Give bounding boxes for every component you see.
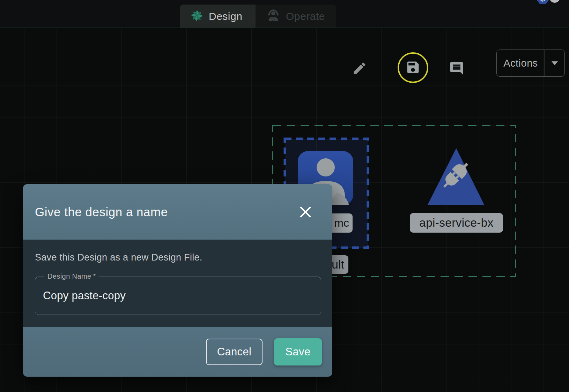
node-label-user-text: mc	[334, 217, 349, 229]
cancel-button[interactable]: Cancel	[206, 339, 263, 365]
actions-button[interactable]: Actions	[496, 50, 565, 77]
modal-header: Give the design a name	[23, 184, 332, 240]
comment-icon	[449, 72, 464, 77]
tab-design[interactable]: Design	[180, 5, 256, 28]
top-bar: Design Operate	[0, 0, 569, 28]
node-label-api-text: api-service-bx	[419, 216, 493, 229]
actions-button-label: Actions	[497, 50, 545, 76]
save-toolbar-button[interactable]	[398, 52, 428, 83]
modal-description: Save this Design as a new Design File.	[35, 252, 202, 263]
chevron-down-icon[interactable]	[545, 50, 564, 76]
tab-design-label: Design	[209, 10, 242, 22]
edit-button[interactable]	[352, 61, 367, 76]
design-app-screen: Design Operate	[0, 0, 569, 392]
kubernetes-logo[interactable]	[535, 0, 552, 6]
plug-icon	[428, 148, 484, 205]
design-name-field: Design Name*	[35, 277, 321, 315]
edit-icon	[352, 72, 367, 77]
meshery-logo-icon	[190, 9, 204, 24]
save-icon	[405, 60, 421, 76]
save-button[interactable]: Save	[274, 338, 322, 365]
node-label-api-service[interactable]: api-service-bx	[410, 213, 503, 233]
modal-footer: Cancel Save	[23, 327, 332, 377]
mode-tabs: Design Operate	[180, 5, 336, 28]
close-icon[interactable]	[298, 204, 313, 220]
tab-operate[interactable]: Operate	[256, 5, 336, 28]
comment-button[interactable]	[449, 61, 464, 76]
save-design-modal: Give the design a name Save this Design …	[23, 184, 332, 377]
node-label-hidden-text: ult	[332, 258, 344, 271]
modal-title: Give the design a name	[35, 205, 168, 219]
tab-operate-label: Operate	[286, 10, 325, 22]
modal-body: Save this Design as a new Design File. D…	[23, 240, 332, 327]
operate-headset-icon	[266, 8, 281, 24]
design-name-input[interactable]	[35, 277, 321, 315]
